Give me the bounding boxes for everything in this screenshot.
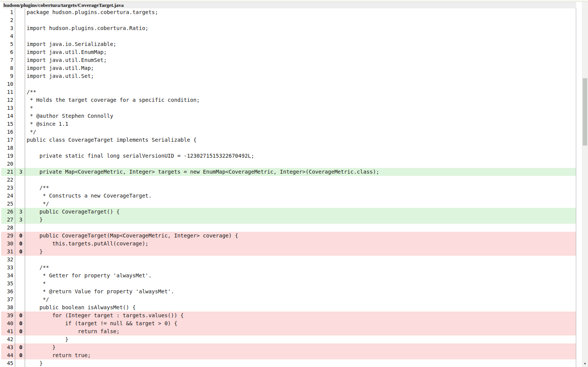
code-line-row: 26 3 public CoverageTarget() { <box>1 208 576 216</box>
file-path-header: hudson/plugins/cobertura/targets/Coverag… <box>3 2 576 8</box>
line-number: 27 <box>1 216 15 224</box>
code-line-row: 42 } <box>1 335 576 343</box>
source-code-table: 1 package hudson.plugins.cobertura.targe… <box>1 8 576 367</box>
line-number: 30 <box>1 240 15 248</box>
line-number: 36 <box>1 288 15 296</box>
line-number: 39 <box>1 312 15 320</box>
code-text: } <box>25 248 576 256</box>
hit-count <box>15 200 25 208</box>
code-line-row: 24 * Constructs a new CoverageTarget. <box>1 192 576 200</box>
hit-count: 3 <box>15 208 25 216</box>
hit-count <box>15 224 25 232</box>
hit-count <box>15 48 25 56</box>
hit-count <box>15 72 25 80</box>
code-text <box>25 32 576 40</box>
hit-count <box>15 304 25 312</box>
hit-count <box>15 176 25 184</box>
code-line-row: 6 import java.util.EnumMap; <box>1 48 576 56</box>
line-number: 45 <box>1 359 15 367</box>
line-number: 43 <box>1 343 15 351</box>
line-number: 14 <box>1 112 15 120</box>
hit-count <box>15 64 25 72</box>
scrollbar-down-button[interactable]: ▼ <box>582 361 588 367</box>
hit-count <box>15 144 25 152</box>
code-text: private Map<CoverageMetric, Integer> tar… <box>25 168 576 176</box>
code-text: if (target != null && target > 0) { <box>25 320 576 327</box>
code-line-row: 33 /** <box>1 264 576 272</box>
code-line-row: 9 import java.util.Set; <box>1 72 576 80</box>
hit-count <box>15 104 25 112</box>
code-line-row: 31 0 } <box>1 248 576 256</box>
code-text: * Holds the target coverage for a specif… <box>25 96 576 104</box>
code-line-row: 29 0 public CoverageTarget(Map<CoverageM… <box>1 232 576 240</box>
code-text: private static final long serialVersionU… <box>25 152 576 160</box>
code-text: import java.util.EnumSet; <box>25 56 576 64</box>
hit-count <box>15 184 25 192</box>
hit-count <box>15 80 25 88</box>
hit-count <box>15 88 25 96</box>
code-text: for (Integer target : targets.values()) … <box>25 312 576 320</box>
hit-count <box>15 264 25 272</box>
hit-count <box>15 288 25 296</box>
code-line-row: 1 package hudson.plugins.cobertura.targe… <box>1 8 576 16</box>
code-text: } <box>25 343 576 351</box>
line-number: 29 <box>1 232 15 240</box>
code-text: * @author Stephen Connolly <box>25 112 576 120</box>
code-text <box>25 160 576 168</box>
line-number: 25 <box>1 200 15 208</box>
line-number: 32 <box>1 256 15 264</box>
hit-count <box>15 16 25 24</box>
code-text: public CoverageTarget() { <box>25 208 576 216</box>
line-number: 9 <box>1 72 15 80</box>
hit-count <box>15 56 25 64</box>
hit-count: 0 <box>15 343 25 351</box>
scrollbar-thumb[interactable] <box>583 78 587 146</box>
line-number: 19 <box>1 152 15 160</box>
code-line-row: 11 /** <box>1 88 576 96</box>
code-line-row: 16 */ <box>1 128 576 136</box>
hit-count <box>15 256 25 264</box>
line-number: 5 <box>1 40 15 48</box>
hit-count <box>15 40 25 48</box>
line-number: 3 <box>1 24 15 32</box>
hit-count <box>15 8 25 16</box>
hit-count <box>15 280 25 288</box>
code-line-row: 18 <box>1 144 576 152</box>
code-line-row: 32 <box>1 256 576 264</box>
code-text: */ <box>25 296 576 304</box>
code-line-row: 43 0 } <box>1 343 576 351</box>
line-number: 34 <box>1 272 15 280</box>
line-number: 31 <box>1 248 15 256</box>
line-number: 11 <box>1 88 15 96</box>
code-text: * @return Value for property 'alwaysMet'… <box>25 288 576 296</box>
hit-count <box>15 192 25 200</box>
code-line-row: 30 0 this.targets.putAll(coverage); <box>1 240 576 248</box>
code-text: /** <box>25 88 576 96</box>
line-number: 20 <box>1 160 15 168</box>
code-line-row: 39 0 for (Integer target : targets.value… <box>1 312 576 320</box>
line-number: 7 <box>1 56 15 64</box>
code-line-row: 12 * Holds the target coverage for a spe… <box>1 96 576 104</box>
code-text <box>25 144 576 152</box>
line-number: 2 <box>1 16 15 24</box>
code-line-row: 3 import hudson.plugins.cobertura.Ratio; <box>1 24 576 32</box>
line-number: 8 <box>1 64 15 72</box>
hit-count <box>15 359 25 367</box>
code-text: } <box>25 216 576 224</box>
line-number: 18 <box>1 144 15 152</box>
code-text: /** <box>25 184 576 192</box>
hit-count <box>15 112 25 120</box>
hit-count: 0 <box>15 240 25 248</box>
code-line-row: 15 * @since 1.1 <box>1 120 576 128</box>
hit-count <box>15 136 25 144</box>
vertical-scrollbar[interactable]: ▼ <box>582 2 588 367</box>
hit-count: 0 <box>15 320 25 327</box>
line-number: 10 <box>1 80 15 88</box>
line-number: 26 <box>1 208 15 216</box>
hit-count <box>15 272 25 280</box>
line-number: 33 <box>1 264 15 272</box>
code-text: /** <box>25 264 576 272</box>
code-text: public CoverageTarget(Map<CoverageMetric… <box>25 232 576 240</box>
code-text <box>25 256 576 264</box>
code-line-row: 23 /** <box>1 184 576 192</box>
